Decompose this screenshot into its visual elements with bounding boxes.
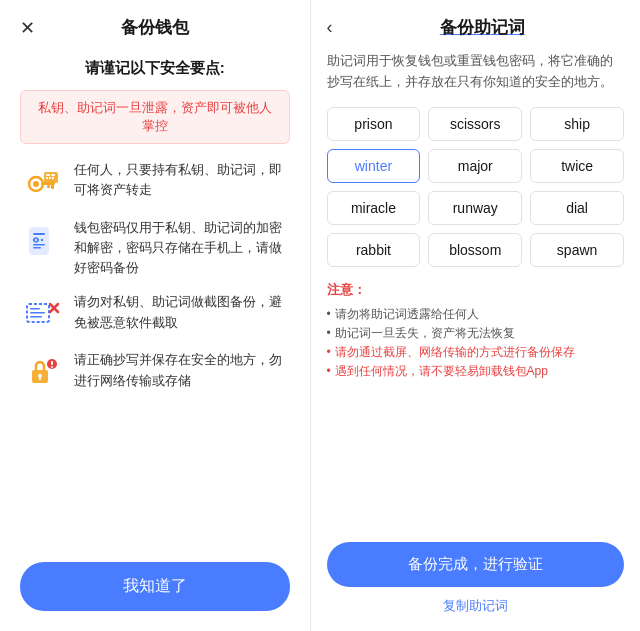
tip-text-3: 请勿对私钥、助记词做截图备份，避免被恶意软件截取 bbox=[74, 292, 290, 332]
tip-icon-2 bbox=[20, 218, 64, 262]
close-icon[interactable]: ✕ bbox=[20, 17, 35, 39]
svg-point-18 bbox=[41, 239, 43, 241]
word-cell-7: miracle bbox=[327, 191, 421, 225]
word-cell-11: blossom bbox=[428, 233, 522, 267]
word-cell-9: dial bbox=[530, 191, 624, 225]
svg-rect-9 bbox=[49, 177, 51, 179]
words-grid: prisonscissorsshipwintermajortwicemiracl… bbox=[327, 107, 624, 267]
right-title: 备份助记词 bbox=[341, 16, 624, 39]
left-title: 备份钱包 bbox=[121, 16, 189, 39]
svg-rect-29 bbox=[51, 361, 53, 365]
svg-rect-24 bbox=[30, 316, 42, 318]
svg-rect-11 bbox=[30, 228, 48, 254]
svg-rect-22 bbox=[30, 308, 40, 310]
know-button[interactable]: 我知道了 bbox=[20, 562, 290, 611]
copy-button[interactable]: 复制助记词 bbox=[327, 597, 624, 615]
left-panel: ✕ 备份钱包 请谨记以下安全要点: 私钥、助记词一旦泄露，资产即可被他人掌控 bbox=[0, 0, 310, 631]
right-panel: ‹ 备份助记词 助记词用于恢复钱包或重置钱包密码，将它准确的抄写在纸上，并存放在… bbox=[311, 0, 640, 631]
notice-item-4: 遇到任何情况，请不要轻易卸载钱包App bbox=[327, 362, 624, 381]
notice-item-2: 助记词一旦丢失，资产将无法恢复 bbox=[327, 324, 624, 343]
word-cell-12: spawn bbox=[530, 233, 624, 267]
notice-item-1: 请勿将助记词透露给任何人 bbox=[327, 305, 624, 324]
word-cell-5: major bbox=[428, 149, 522, 183]
red-banner: 私钥、助记词一旦泄露，资产即可被他人掌控 bbox=[20, 90, 290, 144]
svg-point-17 bbox=[37, 239, 39, 241]
left-header: ✕ 备份钱包 bbox=[20, 0, 290, 51]
tip-text-1: 任何人，只要持有私钥、助记词，即可将资产转走 bbox=[74, 160, 290, 200]
notice-section: 注意： 请勿将助记词透露给任何人助记词一旦丢失，资产将无法恢复请勿通过截屏、网络… bbox=[327, 281, 624, 382]
word-cell-3: ship bbox=[530, 107, 624, 141]
tip-icon-3 bbox=[20, 292, 64, 336]
back-icon[interactable]: ‹ bbox=[327, 17, 333, 38]
notice-title: 注意： bbox=[327, 281, 624, 299]
svg-rect-3 bbox=[51, 185, 54, 189]
tip-icon-1 bbox=[20, 160, 64, 204]
word-cell-10: rabbit bbox=[327, 233, 421, 267]
svg-rect-15 bbox=[33, 247, 41, 249]
right-header: ‹ 备份助记词 bbox=[327, 0, 624, 51]
backup-button[interactable]: 备份完成，进行验证 bbox=[327, 542, 624, 587]
svg-point-1 bbox=[33, 181, 39, 187]
warning-title: 请谨记以下安全要点: bbox=[20, 59, 290, 78]
tip-item-4: 请正确抄写并保存在安全的地方，勿进行网络传输或存储 bbox=[20, 350, 290, 394]
svg-rect-6 bbox=[46, 174, 50, 176]
svg-rect-30 bbox=[51, 366, 53, 368]
svg-rect-8 bbox=[46, 177, 48, 179]
notice-item-3: 请勿通过截屏、网络传输的方式进行备份保存 bbox=[327, 343, 624, 362]
word-cell-6: twice bbox=[530, 149, 624, 183]
svg-rect-4 bbox=[47, 185, 50, 188]
svg-rect-7 bbox=[51, 174, 55, 176]
word-cell-8: runway bbox=[428, 191, 522, 225]
tip-item-3: 请勿对私钥、助记词做截图备份，避免被恶意软件截取 bbox=[20, 292, 290, 336]
word-cell-2: scissors bbox=[428, 107, 522, 141]
tip-text-2: 钱包密码仅用于私钥、助记词的加密和解密，密码只存储在手机上，请做好密码备份 bbox=[74, 218, 290, 278]
tip-item-2: 钱包密码仅用于私钥、助记词的加密和解密，密码只存储在手机上，请做好密码备份 bbox=[20, 218, 290, 278]
svg-rect-12 bbox=[33, 233, 45, 235]
svg-rect-10 bbox=[52, 177, 54, 179]
tip-icon-4 bbox=[20, 350, 64, 394]
svg-rect-23 bbox=[30, 312, 45, 314]
svg-rect-14 bbox=[33, 244, 45, 246]
svg-point-16 bbox=[33, 239, 35, 241]
tip-text-4: 请正确抄写并保存在安全的地方，勿进行网络传输或存储 bbox=[74, 350, 290, 390]
desc-text: 助记词用于恢复钱包或重置钱包密码，将它准确的抄写在纸上，并存放在只有你知道的安全… bbox=[327, 51, 624, 93]
word-cell-4: winter bbox=[327, 149, 421, 183]
svg-rect-27 bbox=[39, 376, 41, 380]
word-cell-1: prison bbox=[327, 107, 421, 141]
tip-item-1: 任何人，只要持有私钥、助记词，即可将资产转走 bbox=[20, 160, 290, 204]
